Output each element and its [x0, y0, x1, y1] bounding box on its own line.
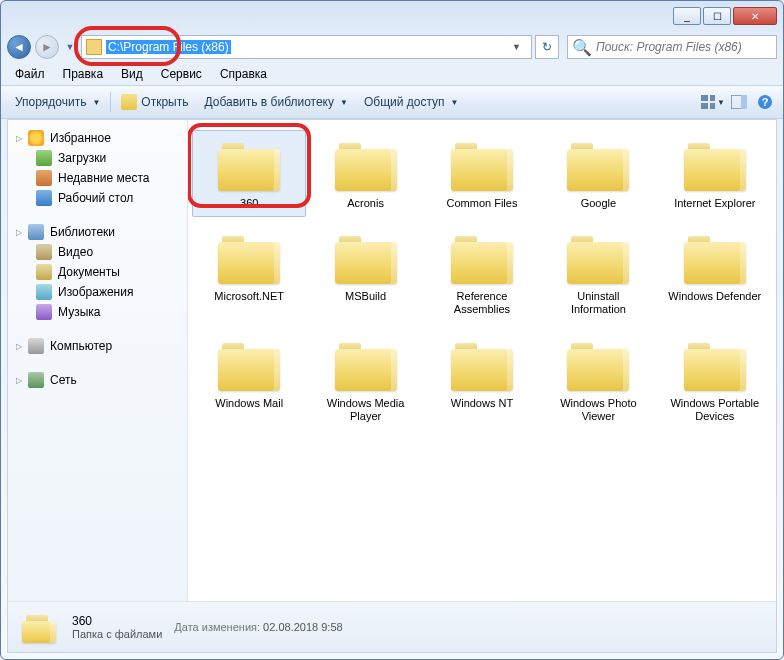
pane-icon: [731, 95, 747, 109]
folder-icon: [447, 230, 517, 286]
folder-icon: [563, 137, 633, 193]
address-dropdown-icon[interactable]: ▼: [506, 42, 527, 52]
open-button[interactable]: Открыть: [113, 90, 196, 114]
navigation-pane[interactable]: ▷ Избранное Загрузки Недавние места Рабо…: [8, 120, 188, 618]
sidebar-video[interactable]: Видео: [8, 242, 187, 262]
folder-label: Windows Mail: [215, 397, 283, 410]
open-folder-icon: [121, 94, 137, 110]
folder-item[interactable]: Windows NT: [425, 330, 539, 430]
svg-rect-1: [710, 95, 715, 101]
search-input[interactable]: [596, 40, 772, 54]
library-icon: [28, 224, 44, 240]
folder-icon: [563, 230, 633, 286]
folder-icon: [680, 230, 750, 286]
sidebar-recent[interactable]: Недавние места: [8, 168, 187, 188]
folder-label: Microsoft.NET: [214, 290, 284, 303]
add-to-library-button[interactable]: Добавить в библиотеку▼: [196, 91, 355, 113]
folder-item[interactable]: Windows Defender: [658, 223, 772, 323]
sidebar-desktop[interactable]: Рабочий стол: [8, 188, 187, 208]
minimize-button[interactable]: _: [673, 7, 701, 25]
svg-rect-0: [701, 95, 708, 101]
svg-rect-3: [710, 103, 715, 109]
folder-label: Windows NT: [451, 397, 513, 410]
sidebar-music[interactable]: Музыка: [8, 302, 187, 322]
folder-label: Internet Explorer: [674, 197, 755, 210]
content-pane[interactable]: 360AcronisCommon FilesGoogleInternet Exp…: [188, 120, 776, 618]
maximize-button[interactable]: ☐: [703, 7, 731, 25]
details-modified-value: 02.08.2018 9:58: [263, 621, 343, 633]
folder-icon: [563, 337, 633, 393]
folder-label: Uninstall Information: [548, 290, 648, 316]
view-mode-button[interactable]: ▼: [701, 91, 725, 113]
folder-item[interactable]: Windows Media Player: [308, 330, 422, 430]
forward-button[interactable]: ►: [35, 35, 59, 59]
thumbnails-icon: [701, 95, 715, 109]
details-modified-label: Дата изменения:: [174, 621, 260, 633]
search-icon: 🔍: [572, 38, 592, 57]
folder-icon: [447, 137, 517, 193]
svg-text:?: ?: [762, 96, 769, 108]
menu-view[interactable]: Вид: [113, 65, 151, 83]
details-type: Папка с файлами: [72, 628, 162, 640]
menu-bar: Файл Правка Вид Сервис Справка: [1, 63, 783, 85]
menu-service[interactable]: Сервис: [153, 65, 210, 83]
help-button[interactable]: ?: [753, 91, 777, 113]
folder-item[interactable]: Common Files: [425, 130, 539, 217]
folder-label: Windows Media Player: [316, 397, 416, 423]
folder-item[interactable]: MSBuild: [308, 223, 422, 323]
back-button[interactable]: ◄: [7, 35, 31, 59]
folder-icon: [86, 39, 102, 55]
svg-rect-2: [701, 103, 708, 109]
refresh-button[interactable]: ↻: [535, 35, 559, 59]
details-name: 360: [72, 614, 162, 628]
sidebar-pictures[interactable]: Изображения: [8, 282, 187, 302]
folder-item[interactable]: Microsoft.NET: [192, 223, 306, 323]
folder-item[interactable]: Windows Portable Devices: [658, 330, 772, 430]
pictures-icon: [36, 284, 52, 300]
folder-item[interactable]: Windows Photo Viewer: [541, 330, 655, 430]
folder-item[interactable]: Reference Assemblies: [425, 223, 539, 323]
folder-item[interactable]: Windows Mail: [192, 330, 306, 430]
toolbar: Упорядочить▼ Открыть Добавить в библиоте…: [1, 85, 783, 119]
titlebar: _ ☐ ✕: [1, 1, 783, 31]
menu-file[interactable]: Файл: [7, 65, 53, 83]
folder-item[interactable]: Uninstall Information: [541, 223, 655, 323]
folder-item[interactable]: Acronis: [308, 130, 422, 217]
folder-label: 360: [240, 197, 258, 210]
sidebar-downloads[interactable]: Загрузки: [8, 148, 187, 168]
menu-edit[interactable]: Правка: [55, 65, 112, 83]
folder-item[interactable]: 360: [192, 130, 306, 217]
organize-button[interactable]: Упорядочить▼: [7, 91, 108, 113]
search-box[interactable]: 🔍: [567, 35, 777, 59]
explorer-window: _ ☐ ✕ ◄ ► ▼ C:\Program Files (x86) ▼ ↻ 🔍…: [0, 0, 784, 660]
body-split: ▷ Избранное Загрузки Недавние места Рабо…: [7, 119, 777, 619]
details-pane: 360 Папка с файлами Дата изменения: 02.0…: [7, 601, 777, 653]
sidebar-favorites[interactable]: ▷ Избранное: [8, 128, 187, 148]
svg-rect-5: [741, 95, 747, 109]
share-button[interactable]: Общий доступ▼: [356, 91, 467, 113]
sidebar-libraries[interactable]: ▷ Библиотеки: [8, 222, 187, 242]
close-button[interactable]: ✕: [733, 7, 777, 25]
folder-grid: 360AcronisCommon FilesGoogleInternet Exp…: [192, 130, 772, 430]
network-icon: [28, 372, 44, 388]
folder-icon: [447, 337, 517, 393]
address-bar[interactable]: C:\Program Files (x86) ▼: [81, 35, 532, 59]
folder-label: Common Files: [447, 197, 518, 210]
folder-item[interactable]: Internet Explorer: [658, 130, 772, 217]
sidebar-computer[interactable]: ▷ Компьютер: [8, 336, 187, 356]
preview-pane-button[interactable]: [727, 91, 751, 113]
documents-icon: [36, 264, 52, 280]
sidebar-documents[interactable]: Документы: [8, 262, 187, 282]
star-icon: [28, 130, 44, 146]
video-icon: [36, 244, 52, 260]
menu-help[interactable]: Справка: [212, 65, 275, 83]
recent-icon: [36, 170, 52, 186]
folder-icon: [214, 230, 284, 286]
folder-item[interactable]: Google: [541, 130, 655, 217]
folder-icon: [331, 230, 401, 286]
address-path[interactable]: C:\Program Files (x86): [106, 40, 231, 54]
folder-label: Acronis: [347, 197, 384, 210]
music-icon: [36, 304, 52, 320]
sidebar-network[interactable]: ▷ Сеть: [8, 370, 187, 390]
nav-history-dropdown[interactable]: ▼: [63, 35, 77, 59]
